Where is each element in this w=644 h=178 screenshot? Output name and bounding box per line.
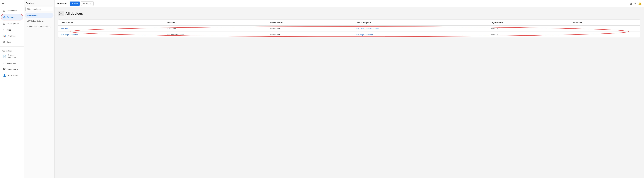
- template-item-ava-edge-gateway[interactable]: AVA Edge Gateway: [25, 18, 54, 24]
- page-header-icon: [58, 11, 64, 16]
- sidebar-item-label: Indoor maps: [7, 68, 18, 70]
- col-device-template: Device template: [353, 20, 488, 26]
- device-status-cell: Provisioned: [268, 26, 353, 32]
- template-sidebar-title: Devices: [24, 0, 54, 6]
- device-status-cell: Provisioned: [268, 32, 353, 38]
- device-template-cell[interactable]: AVA Onvif Camera Device: [353, 26, 488, 32]
- col-device-name: Device name: [58, 20, 165, 26]
- sidebar-item-data-export[interactable]: ↑ Data export: [1, 60, 23, 66]
- device-groups-icon: ⊟: [3, 22, 5, 25]
- sidebar-item-label: Analytics: [8, 35, 16, 37]
- devices-icon: ◎: [3, 16, 6, 18]
- sidebar-item-rules[interactable]: ≡ Rules: [1, 27, 23, 33]
- import-button[interactable]: ↩ Import: [81, 1, 94, 6]
- template-item-all-devices[interactable]: All devices: [25, 13, 54, 18]
- layout-icon[interactable]: ⊞: [630, 2, 632, 5]
- template-item-ava-onvif-camera[interactable]: AVA Onvif Camera Device: [25, 24, 54, 29]
- col-device-status: Device status: [268, 20, 353, 26]
- top-bar-actions: ⊞ ▼ 🔔: [630, 2, 642, 5]
- new-button[interactable]: + New: [70, 2, 80, 6]
- device-name-cell[interactable]: AVA Edge Gateway: [58, 32, 165, 38]
- sidebar-item-device-templates[interactable]: 📄 Device templates: [1, 52, 23, 60]
- sidebar-item-label: Administration: [8, 74, 20, 76]
- sidebar-item-label: Device templates: [8, 54, 21, 58]
- devices-table-container: Device name Device ID Device status Devi…: [58, 19, 640, 38]
- organization-cell: Vision AI: [488, 32, 571, 38]
- organization-cell: Vision AI: [488, 26, 571, 32]
- sidebar-item-administration[interactable]: 👤 Administration: [1, 72, 23, 78]
- rules-icon: ≡: [3, 28, 4, 31]
- plus-icon: +: [72, 2, 73, 5]
- notification-bell-icon[interactable]: 🔔: [638, 2, 642, 5]
- jobs-icon: ⚙: [3, 41, 5, 44]
- device-templates-icon: 📄: [3, 55, 6, 58]
- svg-rect-1: [60, 14, 62, 15]
- new-button-label: New: [74, 2, 78, 5]
- table-row: AVA Edge Gateway ava-edge-gateway Provis…: [58, 32, 640, 38]
- sidebar-item-label: Devices: [7, 16, 14, 18]
- sidebar-item-label: Rules: [6, 29, 11, 31]
- col-simulated: Simulated: [571, 20, 640, 26]
- sidebar-item-label: Data export: [6, 62, 16, 64]
- sidebar-item-label: Jobs: [7, 41, 11, 43]
- administration-icon: 👤: [3, 74, 6, 77]
- device-name-link[interactable]: axis-1367: [61, 28, 69, 30]
- device-template-link[interactable]: AVA Onvif Camera Device: [356, 28, 379, 30]
- analytics-icon: 📊: [3, 34, 6, 38]
- col-organization: Organization: [488, 20, 571, 26]
- simulated-cell: No: [571, 26, 640, 32]
- app-settings-label: App settings: [0, 48, 24, 52]
- import-button-label: Import: [86, 2, 91, 5]
- top-bar: Devices + New ↩ Import ⊞ ▼ 🔔: [54, 0, 644, 7]
- hamburger-menu[interactable]: ☰: [0, 1, 24, 8]
- page-header: All devices: [58, 11, 640, 16]
- import-icon: ↩: [83, 2, 85, 5]
- device-id-cell: ava-edge-gateway: [165, 32, 268, 38]
- page-title: Devices: [57, 2, 67, 5]
- all-devices-title: All devices: [66, 12, 83, 16]
- device-name-link[interactable]: AVA Edge Gateway: [61, 34, 78, 36]
- sidebar-item-analytics[interactable]: 📊 Analytics: [1, 33, 23, 39]
- col-device-id: Device ID: [165, 20, 268, 26]
- device-template-link[interactable]: AVA Edge Gateway: [356, 34, 373, 36]
- left-navigation: ☰ ⊞ Dashboards ◎ Devices ⊟ Device groups…: [0, 0, 24, 178]
- sidebar-item-devices[interactable]: ◎ Devices: [1, 14, 23, 20]
- device-name-cell[interactable]: axis-1367: [58, 26, 165, 32]
- sidebar-item-label: Dashboards: [6, 10, 17, 12]
- data-export-icon: ↑: [3, 62, 4, 65]
- dashboards-icon: ⊞: [3, 9, 5, 12]
- device-template-cell[interactable]: AVA Edge Gateway: [353, 32, 488, 38]
- template-sidebar: Devices All devices AVA Edge Gateway AVA…: [24, 0, 54, 178]
- indoor-maps-icon: 🗺: [3, 68, 6, 71]
- table-row: axis-1367 axis-1367 Provisioned AVA Onvi…: [58, 26, 640, 32]
- svg-rect-0: [60, 12, 62, 13]
- sidebar-item-dashboards[interactable]: ⊞ Dashboards: [1, 8, 23, 14]
- devices-table: Device name Device ID Device status Devi…: [58, 20, 640, 38]
- sidebar-item-jobs[interactable]: ⚙ Jobs: [1, 39, 23, 45]
- filter-icon[interactable]: ▼: [634, 2, 636, 5]
- sidebar-item-indoor-maps[interactable]: 🗺 Indoor maps: [1, 66, 23, 72]
- table-header-row: Device name Device ID Device status Devi…: [58, 20, 640, 26]
- main-content: All devices Device name Device ID Device…: [54, 7, 644, 178]
- sidebar-item-device-groups[interactable]: ⊟ Device groups: [1, 21, 23, 27]
- simulated-cell: No: [571, 32, 640, 38]
- filter-templates-input[interactable]: [26, 7, 53, 11]
- sidebar-item-label: Device groups: [6, 22, 19, 25]
- device-id-cell: axis-1367: [165, 26, 268, 32]
